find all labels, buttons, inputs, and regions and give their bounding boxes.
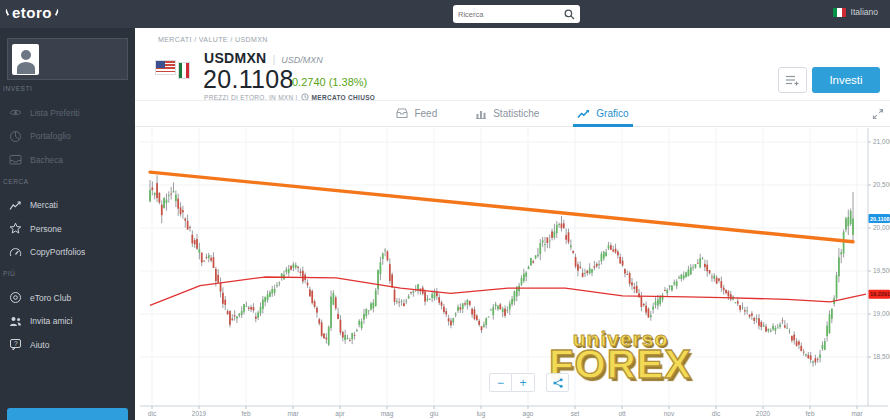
etoro-logo[interactable]: etoro bbox=[7, 4, 57, 21]
tab-grafico-label: Grafico bbox=[596, 108, 628, 119]
sidebar-item-persone[interactable]: Persone bbox=[0, 217, 135, 241]
chart-controls: − + bbox=[489, 373, 569, 392]
sidebar-item-mercati[interactable]: Mercati bbox=[0, 194, 135, 218]
bull-horn-left-icon bbox=[4, 8, 12, 17]
svg-text:nov: nov bbox=[664, 410, 675, 417]
copyportfolios-gauge-icon bbox=[9, 246, 22, 259]
svg-text:lug: lug bbox=[477, 410, 486, 418]
svg-text:ago: ago bbox=[523, 410, 534, 418]
add-to-watchlist-button[interactable] bbox=[778, 67, 807, 93]
sidebar-section-cerca: CERCA bbox=[3, 178, 135, 185]
svg-text:18,5000: 18,5000 bbox=[873, 353, 890, 360]
deposit-button-partial[interactable] bbox=[7, 408, 128, 420]
sidebar-section-piu: PIÙ bbox=[3, 270, 135, 277]
help-icon: ? bbox=[9, 338, 22, 351]
svg-text:mag: mag bbox=[381, 410, 394, 418]
portfolio-pie-icon bbox=[9, 130, 22, 143]
etoro-club-icon bbox=[9, 291, 22, 304]
price-change: 0.2740 (1.38%) bbox=[292, 76, 367, 88]
invest-button[interactable]: Investi bbox=[812, 67, 880, 93]
svg-text:giu: giu bbox=[430, 410, 439, 418]
divider: | bbox=[272, 53, 275, 65]
sidebar-item-lista-preferiti[interactable]: Lista Preferiti bbox=[0, 101, 135, 125]
expand-chart-button[interactable] bbox=[872, 106, 884, 124]
sidebar-section-investi: INVESTI bbox=[3, 85, 135, 92]
current-price: 20.1108 bbox=[203, 65, 294, 94]
italy-flag-icon bbox=[833, 8, 846, 17]
top-bar: etoro Italiano bbox=[0, 0, 890, 28]
sidebar-item-invita-amici[interactable]: Invita amici bbox=[0, 310, 135, 334]
add-to-list-icon bbox=[785, 74, 800, 87]
svg-text:dic: dic bbox=[712, 410, 721, 417]
svg-text:?: ? bbox=[14, 340, 18, 347]
sidebar-item-portafoglio[interactable]: Portafoglio bbox=[0, 125, 135, 149]
instrument-symbol: USDMXN bbox=[204, 50, 266, 66]
feed-icon bbox=[396, 108, 408, 119]
tab-feed[interactable]: Feed bbox=[394, 101, 439, 126]
svg-text:20,5000: 20,5000 bbox=[873, 181, 890, 188]
svg-text:feb: feb bbox=[805, 410, 814, 417]
tab-bar: Feed Statistiche Grafico bbox=[135, 100, 890, 127]
search-input[interactable] bbox=[458, 10, 564, 19]
sidebar-item-copyportfolios[interactable]: CopyPortfolios bbox=[0, 241, 135, 265]
mexico-flag-icon bbox=[178, 62, 190, 79]
expand-icon bbox=[872, 108, 884, 120]
sidebar-item-etoro-club[interactable]: eToro Club bbox=[0, 286, 135, 310]
watchlist-icon bbox=[9, 106, 22, 119]
svg-text:apr: apr bbox=[335, 410, 345, 418]
share-icon bbox=[553, 378, 563, 388]
svg-text:19,5000: 19,5000 bbox=[873, 267, 890, 274]
svg-text:21,0000: 21,0000 bbox=[873, 138, 890, 145]
feed-board-icon bbox=[9, 153, 22, 166]
avatar bbox=[12, 44, 39, 75]
search-box[interactable] bbox=[453, 5, 580, 23]
user-profile-panel[interactable] bbox=[7, 38, 128, 80]
breadcrumb[interactable]: MERCATI / VALUTE / USDMXN bbox=[158, 36, 268, 43]
tab-feed-label: Feed bbox=[414, 108, 437, 119]
language-selector[interactable]: Italiano bbox=[833, 7, 878, 17]
svg-text:20.1108: 20.1108 bbox=[870, 216, 890, 222]
svg-text:feb: feb bbox=[241, 410, 250, 417]
zoom-out-button[interactable]: − bbox=[489, 373, 512, 392]
usdmxn-flags-icon bbox=[155, 58, 191, 80]
statistics-icon bbox=[475, 108, 487, 119]
share-chart-button[interactable] bbox=[546, 373, 569, 392]
svg-text:19.2291: 19.2291 bbox=[870, 291, 890, 297]
bull-horn-right-icon bbox=[52, 8, 60, 17]
sidebar-item-aiuto[interactable]: ? Aiuto bbox=[0, 333, 135, 357]
svg-text:mar: mar bbox=[287, 410, 299, 417]
sidebar: INVESTI Lista Preferiti Portafoglio Bach… bbox=[0, 0, 135, 420]
svg-text:2020: 2020 bbox=[756, 410, 771, 417]
tab-statistiche-label: Statistiche bbox=[493, 108, 539, 119]
zoom-in-button[interactable]: + bbox=[512, 373, 535, 392]
search-icon bbox=[564, 9, 575, 20]
tab-grafico[interactable]: Grafico bbox=[575, 101, 630, 126]
svg-text:2019: 2019 bbox=[192, 410, 207, 417]
markets-icon bbox=[9, 199, 22, 212]
svg-text:mar: mar bbox=[851, 410, 863, 417]
tab-statistiche[interactable]: Statistiche bbox=[473, 101, 541, 126]
invite-friends-icon bbox=[9, 315, 22, 328]
svg-text:dic: dic bbox=[148, 410, 157, 417]
svg-text:20,0000: 20,0000 bbox=[873, 224, 890, 231]
svg-text:19,0000: 19,0000 bbox=[873, 310, 890, 317]
svg-text:set: set bbox=[571, 410, 580, 417]
instrument-pair-name: USD/MXN bbox=[281, 55, 323, 65]
people-star-icon bbox=[9, 222, 22, 235]
svg-text:ott: ott bbox=[618, 410, 625, 417]
sidebar-item-bacheca[interactable]: Bacheca bbox=[0, 148, 135, 172]
language-label: Italiano bbox=[851, 7, 878, 17]
chart-line-icon bbox=[577, 108, 590, 119]
us-flag-icon bbox=[155, 60, 176, 75]
